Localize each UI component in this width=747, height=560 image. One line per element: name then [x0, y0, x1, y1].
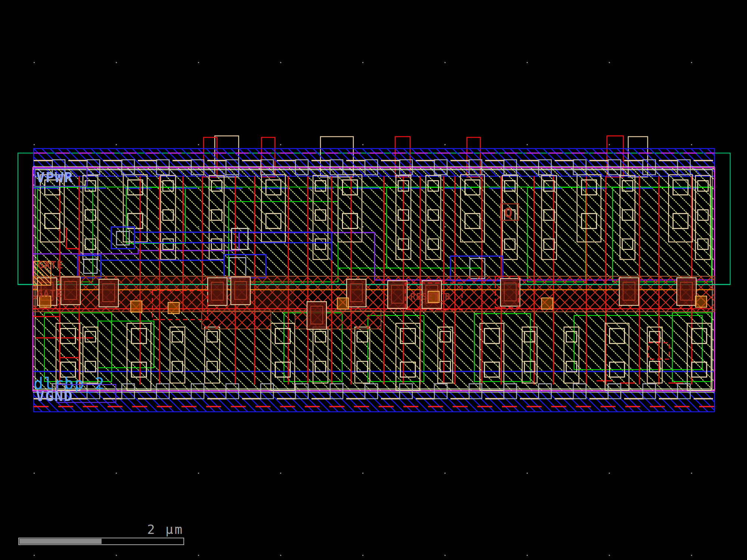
layout-canvas[interactable]: VPWR dlrbp_2 VGND GATE GATE RESET_B Q 2 …: [0, 0, 747, 560]
vgnd-label: VGND: [36, 388, 73, 404]
reset-b-pin-label: RESET_B: [410, 292, 450, 302]
layout-viewer-stage: VPWR dlrbp_2 VGND GATE GATE RESET_B Q 2 …: [0, 0, 747, 560]
vgnd-rail: [34, 391, 715, 412]
gate-pin-label-secondary: GATE: [37, 288, 62, 299]
vpwr-label: VPWR: [36, 169, 74, 186]
q-pin-label: Q: [504, 205, 513, 220]
gate-pin-label: GATE: [37, 259, 63, 271]
scale-bar-label: 2 µm: [147, 522, 184, 537]
